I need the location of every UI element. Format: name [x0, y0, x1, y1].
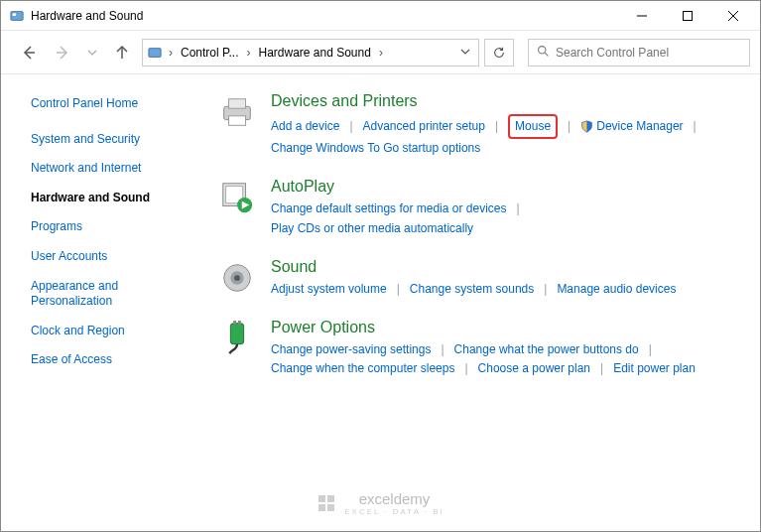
svg-rect-21: [230, 324, 243, 344]
maximize-button[interactable]: [665, 2, 710, 30]
autoplay-icon: [217, 178, 257, 217]
svg-rect-13: [228, 99, 245, 109]
address-dropdown[interactable]: [456, 46, 474, 60]
link-mouse[interactable]: Mouse: [515, 119, 551, 133]
sidebar-item-hardware-sound[interactable]: Hardware and Sound: [31, 191, 199, 206]
up-button[interactable]: [108, 39, 136, 66]
link-change-sounds[interactable]: Change system sounds: [410, 280, 534, 299]
svg-rect-23: [238, 321, 241, 325]
link-play-cds[interactable]: Play CDs or other media automatically: [271, 219, 473, 238]
separator: |: [464, 359, 467, 378]
control-panel-window: Hardware and Sound › Cont: [0, 0, 761, 532]
separator: |: [544, 280, 547, 299]
navbar: › Control P... › Hardware and Sound ›: [1, 31, 760, 74]
sidebar-item-programs[interactable]: Programs: [31, 219, 199, 235]
separator: |: [495, 117, 498, 136]
category-autoplay: AutoPlay Change default settings for med…: [217, 178, 752, 237]
link-adjust-volume[interactable]: Adjust system volume: [271, 280, 387, 299]
search-box[interactable]: [528, 39, 750, 66]
search-input[interactable]: [556, 46, 741, 60]
breadcrumb-hardware-sound[interactable]: Hardware and Sound: [256, 46, 372, 60]
content: Devices and Printers Add a device | Adva…: [209, 74, 760, 531]
svg-point-20: [234, 275, 240, 281]
highlight-mouse: Mouse: [508, 114, 558, 139]
address-bar[interactable]: › Control P... › Hardware and Sound ›: [142, 39, 479, 66]
refresh-button[interactable]: [484, 39, 514, 66]
back-button[interactable]: [15, 39, 43, 66]
close-button[interactable]: [710, 2, 756, 30]
body: Control Panel Home System and Security N…: [1, 74, 760, 531]
shield-icon: [580, 120, 593, 133]
window-title: Hardware and Sound: [31, 9, 143, 23]
chevron-right-icon: ›: [244, 46, 252, 60]
separator: |: [568, 117, 571, 136]
sidebar-item-home[interactable]: Control Panel Home: [31, 96, 199, 112]
separator: |: [649, 340, 652, 359]
search-icon: [537, 45, 550, 61]
chevron-right-icon: ›: [377, 46, 385, 60]
category-title-sound[interactable]: Sound: [271, 258, 317, 276]
sidebar-item-ease-access[interactable]: Ease of Access: [31, 352, 199, 368]
sidebar: Control Panel Home System and Security N…: [1, 74, 209, 531]
link-computer-sleeps[interactable]: Change when the computer sleeps: [271, 359, 454, 378]
link-edit-plan[interactable]: Edit power plan: [613, 359, 696, 378]
breadcrumb-control-panel[interactable]: Control P...: [179, 46, 240, 60]
minimize-button[interactable]: [619, 2, 665, 30]
power-icon: [217, 319, 257, 358]
speaker-icon: [217, 258, 257, 298]
link-power-saving[interactable]: Change power-saving settings: [271, 340, 431, 359]
link-device-manager[interactable]: Device Manager: [596, 117, 683, 136]
category-devices-printers: Devices and Printers Add a device | Adva…: [217, 92, 752, 158]
link-manage-audio[interactable]: Manage audio devices: [557, 280, 676, 299]
category-title-power[interactable]: Power Options: [271, 319, 375, 336]
forward-button[interactable]: [49, 39, 76, 66]
recent-locations-dropdown[interactable]: [82, 48, 102, 58]
svg-rect-1: [13, 13, 17, 16]
separator: |: [600, 359, 603, 378]
separator: |: [397, 280, 400, 299]
address-icon: [147, 45, 163, 61]
svg-rect-9: [149, 48, 161, 57]
sidebar-item-user-accounts[interactable]: User Accounts: [31, 249, 199, 265]
link-add-device[interactable]: Add a device: [271, 117, 339, 136]
category-sound: Sound Adjust system volume | Change syst…: [217, 258, 752, 299]
sidebar-item-clock-region[interactable]: Clock and Region: [31, 324, 199, 339]
svg-line-11: [545, 53, 548, 56]
link-power-buttons[interactable]: Change what the power buttons do: [454, 340, 639, 359]
svg-rect-14: [228, 116, 245, 126]
sidebar-item-network-internet[interactable]: Network and Internet: [31, 161, 199, 177]
link-advanced-printer[interactable]: Advanced printer setup: [363, 117, 485, 136]
separator: |: [441, 340, 444, 359]
category-title-devices[interactable]: Devices and Printers: [271, 92, 418, 110]
chevron-right-icon: ›: [167, 46, 175, 60]
link-choose-plan[interactable]: Choose a power plan: [478, 359, 590, 378]
sidebar-item-system-security[interactable]: System and Security: [31, 132, 199, 148]
separator: |: [516, 200, 519, 218]
svg-rect-3: [684, 11, 693, 20]
link-autoplay-defaults[interactable]: Change default settings for media or dev…: [271, 200, 506, 218]
printer-icon: [217, 92, 257, 132]
svg-rect-22: [233, 321, 236, 325]
titlebar: Hardware and Sound: [1, 1, 760, 31]
link-windows-togo[interactable]: Change Windows To Go startup options: [271, 139, 480, 158]
svg-point-10: [539, 46, 546, 53]
category-power: Power Options Change power-saving settin…: [217, 319, 752, 378]
category-title-autoplay[interactable]: AutoPlay: [271, 178, 334, 196]
separator: |: [694, 117, 697, 136]
sidebar-item-appearance[interactable]: Appearance and Personalization: [31, 279, 199, 310]
separator: |: [349, 117, 352, 136]
control-panel-icon: [9, 8, 25, 24]
